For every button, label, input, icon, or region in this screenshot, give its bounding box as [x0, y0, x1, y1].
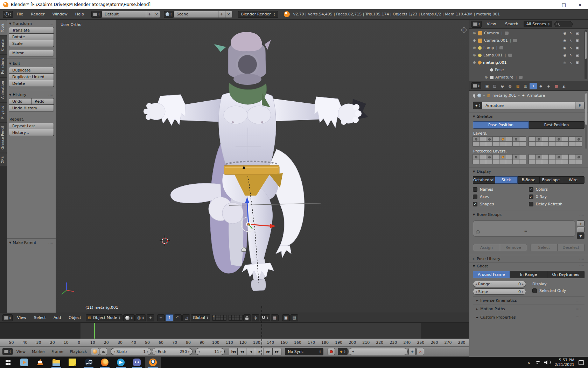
outliner-search-input[interactable]: [554, 21, 573, 27]
panel-header-skeleton[interactable]: ▼ Skeleton ::::: [469, 113, 588, 120]
particles-tab[interactable]: ◭: [560, 83, 568, 89]
constraints-tab[interactable]: ◫: [522, 83, 529, 89]
armature-layer-toggle[interactable]: [535, 136, 542, 142]
scene-tab[interactable]: ◒: [499, 83, 506, 89]
opengl-render-image-button[interactable]: ▣: [282, 314, 290, 321]
collapsed-panel-header[interactable]: ► Motion Paths ::::: [473, 305, 584, 313]
outliner-row[interactable]: ⊕ Lamp | ◉ ↖ ▣: [469, 44, 588, 52]
checkbox[interactable]: [473, 187, 477, 192]
selectability-cursor-icon[interactable]: ↖: [569, 31, 572, 35]
checkbox[interactable]: [529, 195, 533, 199]
checkbox[interactable]: [473, 195, 477, 199]
expand-toggle[interactable]: ⊕: [473, 31, 477, 35]
delete-layout-button[interactable]: ×: [153, 11, 160, 18]
outliner-row[interactable]: ⊕ Armature | ◉ ↖ ▣: [469, 74, 588, 81]
timeline-tracks[interactable]: [0, 322, 469, 339]
snap-element-icon[interactable]: ▦: [271, 314, 279, 321]
viewport-menu-item[interactable]: Add: [50, 315, 65, 320]
protected-layer-toggle[interactable]: [472, 159, 479, 164]
armature-layer-toggle[interactable]: [499, 136, 506, 142]
add-scene-button[interactable]: +: [218, 11, 225, 18]
pin-icon[interactable]: [473, 94, 475, 97]
redo-button[interactable]: Redo: [31, 98, 54, 105]
bone-display-mode-button[interactable]: B-Bone: [518, 176, 540, 184]
select-button[interactable]: Select: [531, 244, 558, 251]
expand-toggle[interactable]: ⊕: [473, 39, 477, 42]
remove-button[interactable]: Remove: [500, 244, 527, 251]
start-button[interactable]: [0, 357, 16, 368]
minimize-button[interactable]: –: [540, 0, 556, 9]
bone-display-mode-button[interactable]: Stick: [495, 176, 518, 184]
firefox-icon[interactable]: [97, 357, 113, 368]
end-frame-field[interactable]: ◂ End: 250 ▸: [152, 348, 192, 355]
panel-header-make-parent[interactable]: ▼ Make Parent ::::: [7, 239, 56, 246]
armature-layer-toggle[interactable]: [512, 136, 519, 142]
translate-manipulator-button[interactable]: ↑: [166, 314, 173, 321]
armature-layer-toggle[interactable]: [568, 141, 575, 146]
outliner-search-menu[interactable]: Search: [501, 22, 522, 26]
armature-layer-toggle[interactable]: [492, 141, 499, 146]
next-keyframe-button[interactable]: ▶▶: [264, 348, 273, 355]
mirror-button[interactable]: Mirror: [9, 50, 54, 56]
toolshelf-tab[interactable]: Create: [0, 36, 7, 54]
panel-header-edit[interactable]: ▼ Edit ::::: [7, 60, 56, 67]
expand-toggle[interactable]: ⊕: [485, 75, 489, 79]
region-expand-icon[interactable]: +: [461, 27, 467, 33]
volume-icon[interactable]: [544, 360, 551, 364]
object-name[interactable]: Lamp.001: [483, 53, 503, 57]
viewport-menu-item[interactable]: View: [13, 315, 30, 320]
armature-layer-toggle[interactable]: [479, 141, 486, 146]
visibility-eye-icon[interactable]: ◉: [563, 46, 566, 50]
hidden-icons-chevron[interactable]: ∧: [527, 361, 530, 364]
protected-layer-toggle[interactable]: [479, 159, 486, 164]
menubar-item[interactable]: Help: [71, 12, 88, 16]
transform-orientation-select[interactable]: Global ▲▼: [191, 314, 210, 321]
sticky-notes-icon[interactable]: [64, 357, 80, 368]
taskbar-clock[interactable]: 5:57 PM 2/21/2021: [555, 358, 574, 367]
armature-layer-toggle[interactable]: [499, 141, 506, 146]
armature-layer-toggle[interactable]: [472, 141, 479, 146]
protected-layer-toggle[interactable]: [562, 154, 569, 159]
ghost-mode-button[interactable]: On Keyframes: [547, 271, 584, 278]
ghost-mode-button[interactable]: In Range: [510, 271, 547, 278]
panel-header-bone-groups[interactable]: ▼ Bone Groups ::::: [469, 211, 588, 218]
armature-layer-toggle[interactable]: [486, 136, 493, 142]
mode-select[interactable]: ▧ Object Mode ▲▼: [86, 314, 122, 321]
panel-header-pose-library[interactable]: ► Pose Library ::::: [469, 255, 588, 262]
protected-layer-toggle[interactable]: [555, 154, 562, 159]
protected-layer-toggle[interactable]: [568, 159, 575, 164]
maximize-button[interactable]: □: [556, 0, 572, 9]
delete-scene-button[interactable]: ×: [225, 11, 232, 18]
manipulator-axis-icon[interactable]: +: [157, 314, 165, 321]
render-visibility-camera-icon[interactable]: ▣: [576, 61, 579, 64]
collapsed-panel-header[interactable]: ► Inverse Kinematics ::::: [473, 296, 584, 305]
object-tab[interactable]: ▧: [514, 83, 522, 89]
steam-icon[interactable]: [80, 357, 97, 368]
delete-keyframe-button[interactable]: ×: [416, 348, 424, 355]
outliner-row[interactable]: ⊕ Camera.001 | ◉ ↖ ▣: [469, 37, 588, 44]
delete-button[interactable]: Delete: [9, 80, 54, 87]
protected-layer-toggle[interactable]: [542, 159, 549, 164]
close-button[interactable]: ×: [572, 0, 588, 9]
expand-toggle[interactable]: ⊕: [473, 46, 477, 50]
ghost-mode-button[interactable]: Around Frame: [473, 271, 510, 278]
protected-layer-toggle[interactable]: [548, 154, 555, 159]
sync-mode-select[interactable]: No Sync ▲▼: [285, 348, 323, 355]
ghost-step-slider[interactable]: ◂ Step: 0 ▸: [473, 288, 526, 295]
protected-layer-toggle[interactable]: [575, 159, 582, 164]
pivot-select[interactable]: ◎ ▲▼: [135, 314, 146, 321]
toolshelf-tab[interactable]: Animation: [0, 78, 7, 102]
play-button[interactable]: ▶: [255, 348, 264, 355]
object-name[interactable]: Camera.001: [484, 38, 508, 43]
timeline-menu-item[interactable]: Frame: [48, 349, 66, 354]
scene-icon-button[interactable]: ▲▼: [164, 11, 174, 18]
fake-user-button[interactable]: F: [575, 102, 584, 109]
armature-layer-toggle[interactable]: [542, 141, 549, 146]
armature-layer-toggle[interactable]: [555, 136, 562, 142]
outliner-row[interactable]: ⊖ metarig.001 ◉ ↖ ▣: [469, 59, 588, 66]
jump-to-start-button[interactable]: |◀◀: [229, 348, 238, 355]
properties-scrollbar[interactable]: [585, 93, 587, 149]
toolshelf-tab[interactable]: Tools: [0, 20, 7, 35]
viewport-3d[interactable]: User Ortho (11) metarig.001 +: [56, 20, 469, 313]
armature-layer-toggle[interactable]: [492, 136, 499, 142]
